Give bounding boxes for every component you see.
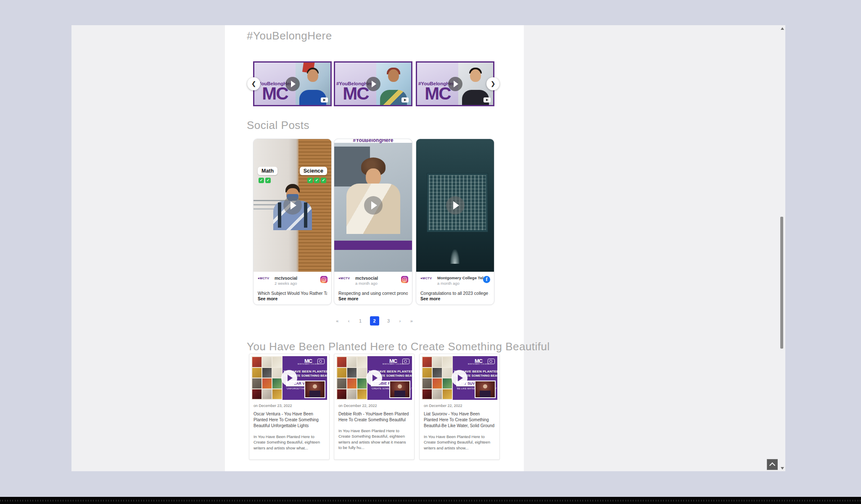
scrollbar-up-icon[interactable] <box>781 27 784 30</box>
collage-tile <box>433 378 442 388</box>
collage-tile <box>357 389 367 399</box>
collage-tile <box>443 389 452 399</box>
play-triangle <box>453 201 459 210</box>
collage-tile <box>423 389 432 399</box>
social-post-card[interactable]: ●MCTV Montgomery College Televis... a mo… <box>416 139 494 305</box>
post-timestamp: 2 weeks ago <box>275 281 297 286</box>
collage-tile <box>347 378 357 388</box>
carousel-video-1[interactable]: #YouBelongHere MC <box>253 61 332 106</box>
play-triangle <box>288 375 293 381</box>
video-date: on December 22, 2022 <box>424 404 462 408</box>
play-icon[interactable] <box>452 370 467 386</box>
play-triangle <box>291 201 296 210</box>
play-icon[interactable] <box>448 77 462 91</box>
see-more-link[interactable]: See more <box>420 296 440 301</box>
video-title[interactable]: Liat Suvorov - You Have Been Planted Her… <box>424 411 495 429</box>
scrollbar[interactable] <box>779 25 785 471</box>
collage-tile <box>252 368 261 378</box>
scrollbar-down-icon[interactable] <box>781 467 784 470</box>
check-icon <box>314 178 320 183</box>
pagination-prev[interactable]: ‹ <box>348 316 350 326</box>
science-checks <box>307 178 326 183</box>
planted-video-card[interactable]: MCMONTGOMERY COLLEGE YOU HAVE BEEN PLANT… <box>419 354 500 460</box>
mc-logo-subtext: MONTGOMERY COLLEGE <box>383 364 404 365</box>
facebook-icon[interactable]: f <box>483 276 490 283</box>
video-thumbnail[interactable]: MCMONTGOMERY COLLEGE YOU HAVE BEEN PLANT… <box>336 356 412 400</box>
social-post-footer: ●MCTV mctvsocial a month ago Respecting … <box>334 272 412 304</box>
carousel-video-2[interactable]: #YouBelongHere MC <box>334 61 412 106</box>
carousel-next-button[interactable]: ❯ <box>486 77 499 90</box>
speaker-photo <box>475 381 496 398</box>
post-timestamp: a month ago <box>437 281 460 286</box>
fountain-shape <box>450 249 460 264</box>
post-author[interactable]: Montgomery College Televis... <box>437 276 483 280</box>
pagination-page-3[interactable]: 3 <box>387 316 390 326</box>
back-to-top-button[interactable] <box>767 459 778 470</box>
planted-video-card[interactable]: MCMONTGOMERY COLLEGE YOU HAVE BEEN PLANT… <box>334 354 415 460</box>
check-icon <box>321 178 326 183</box>
play-icon[interactable] <box>283 196 302 215</box>
post-top-hashtag: #YouBelongHere <box>334 139 412 143</box>
pagination-page-2-active[interactable]: 2 <box>370 316 379 326</box>
scrollbar-thumb[interactable] <box>780 217 783 349</box>
video-thumbnail[interactable]: MCMONTGOMERY COLLEGE YOU HAVE BEEN PLANT… <box>251 356 327 400</box>
play-icon[interactable] <box>366 370 382 386</box>
artwork-collage <box>336 356 367 400</box>
pagination-next[interactable]: › <box>399 316 401 326</box>
collage-tile <box>252 389 261 399</box>
collage-tile <box>252 357 261 367</box>
youtube-triangle <box>323 99 326 101</box>
page-background: #YouBelongHere ❮ ❯ #YouBelongHere MC <box>0 0 861 504</box>
instagram-icon[interactable] <box>401 276 408 283</box>
collage-tile <box>272 378 282 388</box>
mc-logo-subtext: MONTGOMERY COLLEGE <box>298 364 319 365</box>
chevron-up-icon <box>769 462 775 468</box>
collage-tile <box>347 368 357 378</box>
social-post-card[interactable]: #YouBelongHere ●MCTV mctvsocial a month … <box>334 139 412 305</box>
play-icon[interactable] <box>281 370 297 386</box>
post-author[interactable]: mctvsocial <box>355 276 378 281</box>
youtube-triangle <box>486 99 489 101</box>
video-title[interactable]: Oscar Ventura - You Have Been Planted He… <box>254 411 325 429</box>
collage-tile <box>433 389 442 399</box>
collage-tile <box>423 357 432 367</box>
post-author[interactable]: mctvsocial <box>275 276 297 281</box>
video-description: In You Have Been Planted Here to Create … <box>424 434 495 451</box>
planted-video-card[interactable]: MCMONTGOMERY COLLEGE YOU HAVE BEEN PLANT… <box>249 354 330 460</box>
pagination-first[interactable]: « <box>336 316 338 326</box>
video-camera-icon <box>402 359 409 364</box>
collage-tile <box>423 378 432 388</box>
speaker-photo <box>304 381 325 398</box>
see-more-link[interactable]: See more <box>338 296 358 301</box>
speaker-photo <box>389 381 410 398</box>
video-title[interactable]: Debbie Roth - YouHave Been Planted Here … <box>338 411 410 423</box>
collage-tile <box>262 368 272 378</box>
play-icon[interactable] <box>446 196 465 215</box>
social-post-card[interactable]: Math Science <box>253 139 332 305</box>
play-icon[interactable] <box>364 196 383 215</box>
math-checks <box>259 178 271 183</box>
video-thumbnail[interactable]: MCMONTGOMERY COLLEGE YOU HAVE BEEN PLANT… <box>422 356 497 400</box>
bottom-status-strip <box>0 497 861 504</box>
play-icon[interactable] <box>285 77 300 91</box>
pagination-last[interactable]: » <box>410 316 413 326</box>
youbelonghere-video-carousel: ❮ ❯ #YouBelongHere MC <box>225 61 524 108</box>
mc-logo: MCMONTGOMERY COLLEGE <box>468 358 489 365</box>
carousel-prev-button[interactable]: ❮ <box>247 77 260 90</box>
person-curly-hair <box>344 158 403 272</box>
collage-tile <box>262 389 272 399</box>
play-triangle <box>372 375 378 381</box>
see-more-link[interactable]: See more <box>258 296 277 301</box>
collage-tile <box>272 368 282 378</box>
check-icon <box>307 178 313 183</box>
mc-logo: MCMONTGOMERY COLLEGE <box>383 358 404 365</box>
mc-logo: MCMONTGOMERY COLLEGE <box>298 358 319 365</box>
instagram-icon[interactable] <box>320 276 327 283</box>
pagination-page-1[interactable]: 1 <box>359 316 362 326</box>
collage-tile <box>443 357 452 367</box>
carousel-video-3[interactable]: #YouBelongHere MC <box>416 61 494 106</box>
play-triangle <box>458 375 463 381</box>
play-icon[interactable] <box>366 77 380 91</box>
video-date: on December 23, 2022 <box>254 404 292 408</box>
check-icon <box>259 178 264 183</box>
